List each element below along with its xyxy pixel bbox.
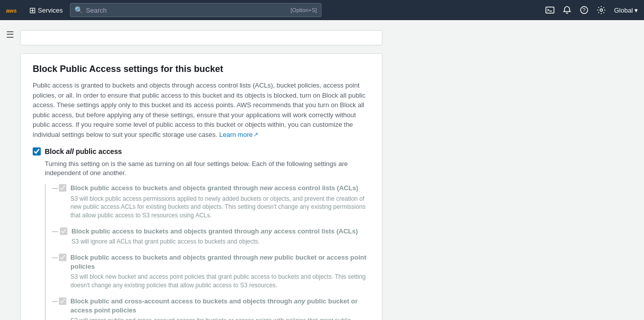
connector-4: — xyxy=(52,298,57,305)
top-navigation: aws ⊞ Services 🔍 [Option+S] xyxy=(0,0,644,20)
sub-desc-3: S3 will block new bucket and access poin… xyxy=(70,273,370,290)
sub-option-4: — Block public and cross-account access … xyxy=(52,297,370,320)
sub-option-2: — Block public access to buckets and obj… xyxy=(52,227,370,246)
sub-desc-1: S3 will block public access permissions … xyxy=(70,195,370,220)
block-public-access-section: Block Public Access settings for this bu… xyxy=(20,53,382,320)
connector-2: — xyxy=(52,228,58,235)
sub-label-4: Block public and cross-account access to… xyxy=(70,297,370,315)
chevron-down-icon: ▾ xyxy=(634,7,638,14)
svg-rect-1 xyxy=(546,7,554,13)
sub-option-1: — Block public access to buckets and obj… xyxy=(52,184,370,220)
connector-1: — xyxy=(52,185,57,192)
search-shortcut: [Option+S] xyxy=(291,7,317,13)
sub-checkbox-4[interactable] xyxy=(59,297,66,305)
sidebar-toggle-button[interactable]: ☰ xyxy=(0,25,20,44)
main-content: Block Public Access settings for this bu… xyxy=(0,20,644,320)
sub-label-1: Block public access to buckets and objec… xyxy=(70,184,370,193)
settings-button[interactable] xyxy=(597,6,606,15)
svg-text:?: ? xyxy=(583,7,586,13)
block-all-checkbox-row: Block all public access xyxy=(33,147,370,155)
notifications-button[interactable] xyxy=(562,6,572,15)
connector-3: — xyxy=(52,254,57,261)
region-label: Global xyxy=(614,7,633,14)
block-all-desc: Turning this setting on is the same as t… xyxy=(45,159,370,178)
sub-option-3: — Block public access to buckets and obj… xyxy=(52,253,370,290)
cloud-shell-button[interactable] xyxy=(545,6,554,15)
previous-section-partial xyxy=(20,30,382,45)
sub-checkbox-3[interactable] xyxy=(59,254,66,261)
block-all-checkbox[interactable] xyxy=(33,147,41,155)
external-link-icon: ↗ xyxy=(254,130,258,139)
block-public-access-desc: Public access is granted to buckets and … xyxy=(33,81,370,139)
nav-right-icons: ? Global ▾ xyxy=(545,6,638,15)
services-nav-button[interactable]: ⊞ Services xyxy=(26,4,66,17)
grid-icon: ⊞ xyxy=(29,6,36,15)
sub-label-3: Block public access to buckets and objec… xyxy=(70,253,370,271)
aws-logo[interactable]: aws xyxy=(6,5,22,15)
svg-text:aws: aws xyxy=(6,8,17,14)
search-bar: 🔍 [Option+S] xyxy=(70,3,321,17)
search-icon: 🔍 xyxy=(74,6,83,14)
block-public-access-title: Block Public Access settings for this bu… xyxy=(33,64,370,74)
content-wrapper: Block Public Access settings for this bu… xyxy=(20,30,423,320)
sub-desc-4: S3 will ignore public and cross-account … xyxy=(70,316,370,320)
sub-checkbox-1[interactable] xyxy=(59,184,66,192)
block-all-label[interactable]: Block all public access xyxy=(45,147,122,155)
region-selector[interactable]: Global ▾ xyxy=(614,7,638,14)
svg-point-5 xyxy=(600,9,603,12)
sub-options-list: — Block public access to buckets and obj… xyxy=(45,184,370,320)
sub-desc-2: S3 will ignore all ACLs that grant publi… xyxy=(71,237,358,246)
services-label: Services xyxy=(38,7,63,14)
search-input[interactable] xyxy=(86,7,288,14)
learn-more-link[interactable]: Learn more ↗ xyxy=(219,130,258,140)
sub-checkbox-2[interactable] xyxy=(60,227,67,235)
help-button[interactable]: ? xyxy=(580,6,589,15)
sub-label-2: Block public access to buckets and objec… xyxy=(71,227,358,236)
